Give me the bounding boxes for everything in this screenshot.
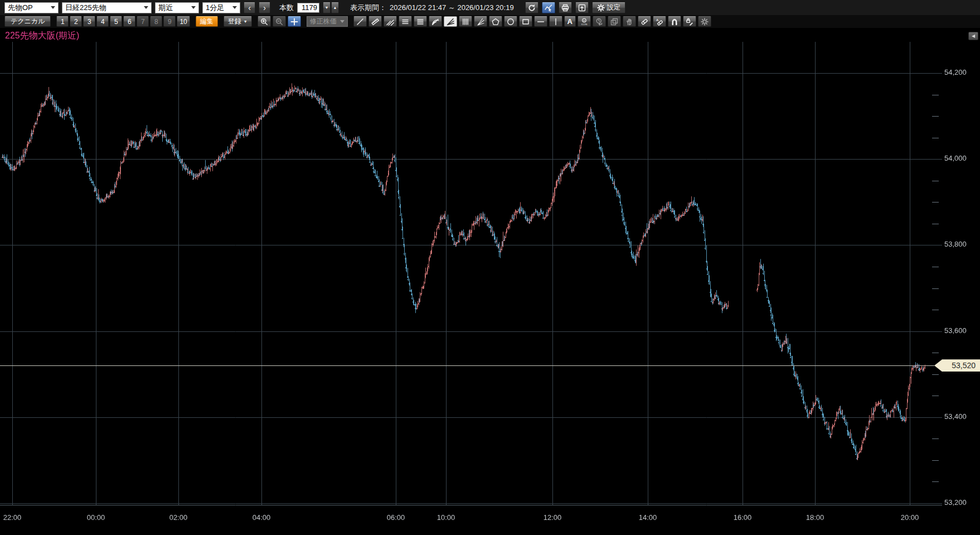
period-value: 2026/01/22 21:47 ～ 2026/01/23 20:19 [390, 3, 514, 13]
copy-icon [610, 18, 618, 26]
x-axis-label: 14:00 [639, 513, 657, 522]
ruler-tool-button[interactable] [368, 16, 382, 27]
drawing-toolbar: テクニカル 12345678910 編集 登録 ▼ [0, 15, 980, 28]
stamp-tool-button[interactable]: ICON [578, 16, 591, 27]
clock-return-icon [595, 18, 603, 26]
zoom-in-icon [260, 18, 268, 26]
chart-slot-1-button[interactable]: 1 [56, 16, 69, 27]
x-axis-label: 20:00 [901, 513, 919, 522]
horizontal-line-tool-button[interactable] [534, 16, 547, 27]
chart-slot-5-button[interactable]: 5 [110, 16, 122, 27]
rectangle-icon [522, 18, 530, 26]
pentagon-tool-button[interactable] [489, 16, 502, 27]
chevron-down-icon [191, 6, 196, 9]
bars-increment-button[interactable]: ▲ [331, 2, 339, 13]
x-axis-label: 10:00 [437, 513, 455, 522]
register-label: 登録 [228, 17, 241, 26]
x-axis-label: 04:00 [253, 513, 271, 522]
popout-window-button[interactable] [575, 2, 589, 13]
gear-icon [701, 18, 709, 26]
lock-drawing-tool-button[interactable] [683, 16, 696, 27]
vertical-lines-tool-button[interactable] [459, 16, 472, 27]
chart-slot-4-button[interactable]: 4 [96, 16, 109, 27]
chart-slot-2-button[interactable]: 2 [70, 16, 82, 27]
drag-tool-button[interactable] [623, 16, 636, 27]
y-axis-label: 54,000 [944, 154, 967, 162]
contract-month-select[interactable]: 期近 [155, 2, 199, 13]
y-axis-label: 53,400 [944, 412, 967, 421]
symbol-value: 日経225先物 [65, 3, 106, 13]
eraser-text-tool-button[interactable]: A [653, 16, 666, 27]
text-tool-button[interactable]: A [564, 16, 576, 27]
tool-settings-button[interactable] [698, 16, 711, 27]
trendline-icon [356, 18, 364, 26]
symbol-select[interactable]: 日経225先物 [62, 2, 152, 13]
zoom-out-button[interactable] [273, 16, 286, 27]
timeframe-select[interactable]: 1分足 [202, 2, 240, 13]
parallel-lines-icon [386, 18, 394, 26]
parallel-lines-tool-button[interactable] [384, 16, 397, 27]
crosshair-plus-button[interactable] [288, 16, 301, 27]
lock-pencil-icon [686, 18, 693, 26]
fan-lines-tool-button[interactable] [444, 16, 457, 27]
horizontal-lines-4-icon [416, 18, 424, 26]
x-axis-label: 06:00 [387, 513, 405, 522]
vertical-line-tool-button[interactable] [549, 16, 562, 27]
zoom-in-button[interactable] [258, 16, 271, 27]
price-chart-canvas[interactable] [0, 0, 980, 535]
copy-tool-button[interactable] [608, 16, 621, 27]
chevron-down-icon: ▼ [244, 20, 248, 23]
settings-label: 設定 [607, 3, 620, 12]
symbol-category-select[interactable]: 先物OP [4, 2, 59, 13]
x-axis-label: 22:00 [3, 513, 22, 522]
x-axis-label: 12:00 [544, 513, 562, 522]
chart-slot-8-button[interactable]: 8 [150, 16, 162, 27]
ruler-icon [371, 18, 379, 26]
crosshair-mode-button[interactable] [542, 2, 555, 13]
reset-view-button[interactable] [525, 2, 538, 13]
fibonacci-arc-tool-button[interactable] [429, 16, 442, 27]
chart-slot-3-button[interactable]: 3 [83, 16, 95, 27]
chart-slot-10-button[interactable]: 10 [177, 16, 190, 27]
circle-tool-button[interactable] [504, 16, 517, 27]
history-tool-button[interactable] [593, 16, 606, 27]
rectangle-tool-button[interactable] [519, 16, 532, 27]
circle-icon [507, 18, 515, 26]
edit-button[interactable]: 編集 [196, 16, 218, 27]
technical-button[interactable]: テクニカル [4, 16, 51, 27]
chart-slot-9-button[interactable]: 9 [163, 16, 176, 27]
settings-button[interactable]: 設定 [592, 2, 625, 13]
chart-slot-7-button[interactable]: 7 [137, 16, 149, 27]
fan-lines-2-icon [477, 18, 484, 26]
popout-icon [578, 4, 586, 12]
x-axis-label: 00:00 [87, 513, 105, 522]
horizontal-lines-4-tool-button[interactable] [414, 16, 427, 27]
chart-title: 225先物大阪(期近) [5, 30, 79, 42]
timeframe-value: 1分足 [206, 3, 224, 13]
magnet-tool-button[interactable] [668, 16, 681, 27]
x-axis-label: 16:00 [734, 513, 752, 522]
fan-lines-2-tool-button[interactable] [474, 16, 487, 27]
main-toolbar: 先物OP 日経225先物 期近 1分足 ‹ › 本数 ▼ ▲ 表示期間： 202… [0, 0, 980, 15]
x-axis-label: 18:00 [806, 513, 824, 522]
eraser-tool-button[interactable] [638, 16, 651, 27]
adjusted-price-select[interactable]: 修正株価 [307, 16, 348, 27]
y-axis-label: 53,600 [944, 326, 967, 335]
print-button[interactable] [559, 2, 572, 13]
stamp-smiley-icon: ICON [580, 18, 588, 26]
panel-collapse-button[interactable]: ◀ [968, 32, 978, 40]
chart-slot-buttons: 12345678910 [56, 16, 190, 27]
bars-decrement-button[interactable]: ▼ [323, 2, 331, 13]
bars-count-input[interactable] [297, 3, 319, 13]
chart-slot-6-button[interactable]: 6 [123, 16, 135, 27]
trendline-tool-button[interactable] [353, 16, 367, 27]
register-button[interactable]: 登録 ▼ [224, 16, 252, 27]
horizontal-lines-3-icon [401, 18, 409, 26]
vertical-lines-icon [462, 18, 469, 26]
y-axis-label: 53,200 [944, 498, 967, 507]
y-axis-label: 53,800 [944, 240, 967, 248]
prev-button[interactable]: ‹ [244, 2, 255, 13]
horizontal-lines-3-tool-button[interactable] [399, 16, 412, 27]
next-button[interactable]: › [259, 2, 270, 13]
eraser-icon [641, 18, 648, 26]
